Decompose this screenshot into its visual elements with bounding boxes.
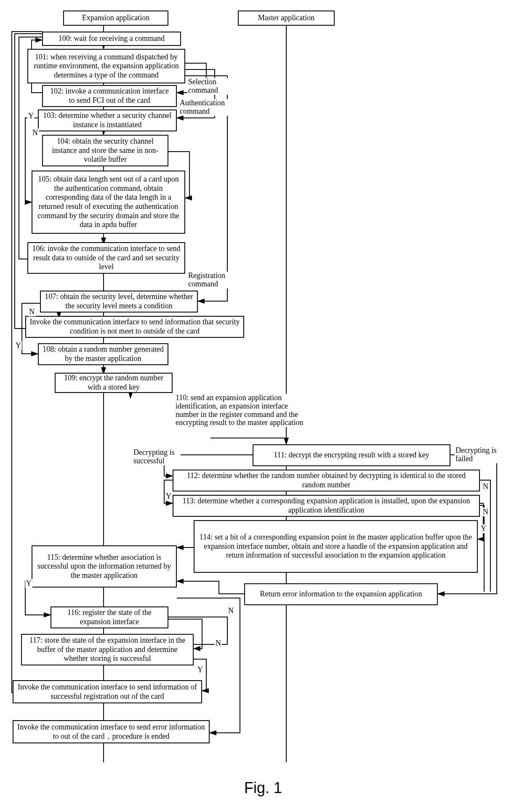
- step-101-text: 101: when receiving a command dispatched…: [32, 53, 181, 80]
- label-auth-cmd: Authentication command: [179, 99, 237, 116]
- send-success: Invoke the communication interface to se…: [13, 680, 202, 703]
- step-107-fail-text: Invoke the communication interface to se…: [29, 318, 240, 336]
- flowchart-canvas: Expansion application Master application…: [8, 8, 514, 804]
- yn-115-n: N: [227, 606, 234, 615]
- step-106-text: 106: invoke the communication interface …: [32, 244, 181, 272]
- label-decrypt-fail-text: Decrypting is failed: [455, 446, 496, 463]
- label-auth-cmd-text: Authentication command: [180, 99, 225, 115]
- step-108: 108: obtain a random number generated by…: [38, 343, 168, 365]
- label-decrypt-ok-text: Decrypting is successful: [133, 448, 174, 465]
- step-110-text: 110: send an expansion application ident…: [176, 393, 303, 427]
- step-109-text: 109: encrypt the random number with a st…: [59, 374, 168, 392]
- yn-113-y: Y: [480, 524, 487, 533]
- step-115: 115: determine whether association is su…: [32, 545, 177, 588]
- send-error: Invoke the communication interface to se…: [13, 720, 210, 743]
- header-expansion: Expansion application: [63, 11, 168, 26]
- return-error-text: Return error information to the expansio…: [260, 590, 422, 599]
- yn-115-y: Y: [25, 579, 32, 588]
- step-108-text: 108: obtain a random number generated by…: [42, 345, 164, 363]
- label-selection-cmd: Selection command: [187, 78, 229, 95]
- step-117: 117: store the state of the expansion in…: [21, 634, 194, 665]
- step-105-text: 105: obtain data length sent out of a ca…: [36, 175, 181, 230]
- header-master-text: Master application: [258, 13, 314, 23]
- send-success-text: Invoke the communication interface to se…: [17, 683, 198, 701]
- label-reg-cmd: Registration command: [187, 272, 237, 288]
- yn-112-y: Y: [165, 492, 172, 501]
- step-105: 105: obtain data length sent out of a ca…: [32, 171, 185, 234]
- label-reg-cmd-text: Registration command: [188, 271, 225, 288]
- figure-caption: Fig. 1: [244, 779, 282, 797]
- step-111: 111: decrypt the encrypting result with …: [253, 444, 450, 466]
- step-116: 116: register the state of the expansion…: [51, 606, 168, 628]
- step-112: 112: determine whether the random number…: [173, 470, 480, 491]
- step-104-text: 104: obtain the security channel instanc…: [46, 137, 164, 164]
- header-expansion-text: Expansion application: [82, 13, 149, 23]
- step-107-text: 107: obtain the security level, determin…: [44, 292, 194, 310]
- step-103-text: 103: determine whether a security channe…: [42, 111, 173, 129]
- step-107: 107: obtain the security level, determin…: [40, 291, 198, 313]
- step-115-text: 115: determine whether association is su…: [36, 553, 173, 580]
- yn-117-y: Y: [197, 665, 204, 674]
- step-102: 102: invoke a communication interface to…: [42, 85, 177, 107]
- step-116-text: 116: register the state of the expansion…: [55, 608, 164, 626]
- step-111-text: 111: decrypt the encrypting result with …: [274, 451, 429, 460]
- step-100: 100: wait for receiving a command: [42, 32, 181, 46]
- step-110: 110: send an expansion application ident…: [175, 394, 311, 427]
- step-112-text: 112: determine whether the random number…: [177, 471, 476, 489]
- step-104: 104: obtain the security channel instanc…: [42, 135, 168, 166]
- step-107-fail: Invoke the communication interface to se…: [25, 316, 244, 338]
- yn-107-y: Y: [15, 341, 22, 350]
- yn-117-n: N: [215, 639, 222, 648]
- step-100-text: 100: wait for receiving a command: [59, 34, 165, 43]
- yn-112-n: N: [482, 482, 489, 491]
- step-102-text: 102: invoke a communication interface to…: [46, 87, 173, 105]
- step-103: 103: determine whether a security channe…: [38, 110, 177, 131]
- figure-caption-text: Fig. 1: [244, 779, 282, 796]
- label-decrypt-fail: Decrypting is failed: [455, 446, 498, 463]
- step-117-text: 117: store the state of the expansion in…: [25, 636, 189, 663]
- yn-113-n: N: [482, 508, 489, 516]
- yn-103-y: Y: [27, 112, 35, 120]
- step-113-text: 113: determine whether a corresponding e…: [177, 497, 476, 515]
- return-error: Return error information to the expansio…: [244, 583, 438, 605]
- yn-107-n: N: [28, 307, 35, 316]
- label-decrypt-ok: Decrypting is successful: [133, 449, 181, 465]
- step-114: 114: set a bit of a corresponding expans…: [194, 520, 478, 573]
- header-master: Master application: [238, 11, 335, 26]
- yn-103-n: N: [32, 128, 39, 137]
- label-selection-cmd-text: Selection command: [188, 77, 218, 94]
- step-113: 113: determine whether a corresponding e…: [173, 495, 480, 517]
- step-114-text: 114: set a bit of a corresponding expans…: [198, 533, 474, 560]
- step-106: 106: invoke the communication interface …: [27, 242, 185, 274]
- step-109: 109: encrypt the random number with a st…: [55, 373, 173, 393]
- send-error-text: Invoke the communication interface to se…: [17, 723, 205, 741]
- step-101: 101: when receiving a command dispatched…: [27, 49, 185, 83]
